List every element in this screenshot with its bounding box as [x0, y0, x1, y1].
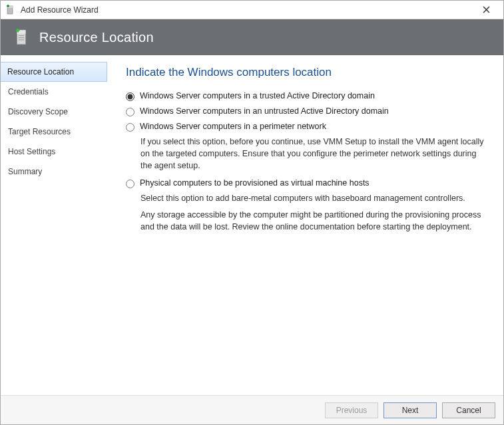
option-untrusted-domain: Windows Server computers in an untrusted…: [126, 106, 489, 116]
close-button[interactable]: [473, 1, 499, 19]
sidebar-step-summary[interactable]: Summary: [1, 162, 107, 182]
sidebar-item-label: Resource Location: [7, 67, 74, 76]
radio-untrusted-domain[interactable]: [126, 108, 134, 116]
option-label[interactable]: Windows Server computers in a perimeter …: [140, 122, 326, 131]
previous-button: Previous: [325, 402, 378, 418]
wizard-steps-sidebar: Resource Location Credentials Discovery …: [1, 55, 107, 395]
option-label[interactable]: Physical computers to be provisioned as …: [140, 178, 370, 188]
sidebar-item-label: Discovery Scope: [8, 107, 68, 116]
titlebar: Add Resource Wizard: [1, 1, 503, 19]
option-physical-computers: Physical computers to be provisioned as …: [126, 178, 489, 232]
svg-rect-6: [19, 37, 25, 38]
sidebar-step-target-resources[interactable]: Target Resources: [1, 122, 107, 142]
option-label[interactable]: Windows Server computers in a trusted Ac…: [140, 91, 375, 100]
sidebar-step-discovery-scope[interactable]: Discovery Scope: [1, 102, 107, 122]
wizard-content: Indicate the Windows computers location …: [107, 55, 503, 395]
svg-rect-5: [19, 35, 25, 36]
app-icon: [5, 4, 17, 16]
radio-perimeter-network[interactable]: [126, 123, 134, 132]
sidebar-item-label: Host Settings: [8, 147, 55, 156]
sidebar-item-label: Target Resources: [8, 127, 71, 136]
wizard-body: Resource Location Credentials Discovery …: [1, 55, 503, 395]
next-button[interactable]: Next: [383, 402, 437, 418]
content-heading: Indicate the Windows computers location: [126, 66, 489, 79]
radio-physical-computers[interactable]: [126, 180, 134, 188]
sidebar-step-resource-location[interactable]: Resource Location: [1, 62, 107, 82]
option-label[interactable]: Windows Server computers in an untrusted…: [140, 106, 389, 116]
sidebar-step-credentials[interactable]: Credentials: [1, 82, 107, 102]
radio-trusted-domain[interactable]: [126, 92, 134, 101]
wizard-header: Resource Location: [1, 19, 503, 55]
sidebar-item-label: Summary: [8, 167, 42, 176]
option-perimeter-network: Windows Server computers in a perimeter …: [126, 122, 489, 172]
sidebar-step-host-settings[interactable]: Host Settings: [1, 142, 107, 162]
option-trusted-domain: Windows Server computers in a trusted Ac…: [126, 91, 489, 101]
option-description: Any storage accessible by the computer m…: [140, 209, 489, 233]
server-icon: [13, 27, 30, 47]
wizard-header-title: Resource Location: [39, 30, 154, 45]
sidebar-item-label: Credentials: [8, 87, 49, 96]
window-title: Add Resource Wizard: [21, 5, 473, 15]
option-description: Select this option to add bare-metal com…: [140, 192, 489, 204]
option-description: If you select this option, before you co…: [140, 136, 489, 172]
cancel-button[interactable]: Cancel: [442, 402, 495, 418]
wizard-footer: Previous Next Cancel: [1, 395, 503, 424]
svg-rect-7: [19, 39, 25, 40]
